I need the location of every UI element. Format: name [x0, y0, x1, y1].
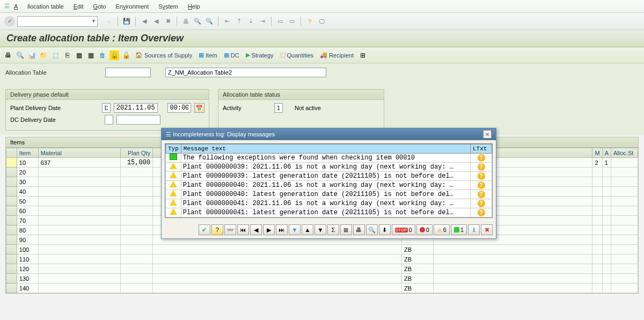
col-material[interactable]: Material: [38, 148, 121, 158]
menu-help[interactable]: Help: [188, 3, 200, 10]
cell-planqty[interactable]: [121, 274, 153, 283]
msg-ltxt-cell[interactable]: ?: [471, 208, 492, 217]
cell-item[interactable]: 120: [17, 264, 38, 274]
glasses-icon[interactable]: 👓: [224, 224, 236, 235]
row-selector[interactable]: [6, 177, 17, 187]
cell-dc[interactable]: ZB: [401, 283, 434, 293]
cell-planqty[interactable]: [121, 245, 153, 254]
warning-count[interactable]: 6: [434, 224, 450, 235]
cell-allocst[interactable]: [611, 177, 638, 187]
cell-material[interactable]: 637: [38, 158, 121, 168]
long-text-icon[interactable]: ?: [478, 163, 485, 171]
cell-allocst[interactable]: [611, 226, 638, 235]
col-planqty[interactable]: Plan Qty: [121, 148, 153, 158]
plant-delivery-time[interactable]: [167, 103, 191, 113]
exit-icon[interactable]: ◀: [151, 17, 161, 26]
cell-m[interactable]: [592, 283, 602, 293]
cell-material[interactable]: [38, 245, 121, 254]
cell-a[interactable]: [602, 264, 611, 274]
cell-a[interactable]: [602, 235, 611, 245]
chart-icon[interactable]: 📊: [27, 50, 36, 60]
prev-page-icon[interactable]: ⇡: [234, 17, 244, 26]
long-text-icon[interactable]: ?: [478, 200, 485, 207]
long-text-icon[interactable]: ?: [478, 181, 485, 189]
cell-material[interactable]: [38, 274, 121, 283]
first-icon[interactable]: ⏮: [237, 224, 249, 235]
col-allocst[interactable]: Alloc.St: [611, 148, 638, 158]
last-page-icon[interactable]: ⇥: [258, 17, 267, 26]
allocation-table-input[interactable]: [105, 68, 151, 77]
cell-m[interactable]: [592, 177, 602, 187]
sort-asc-icon[interactable]: ▲: [302, 224, 313, 235]
close-button[interactable]: ✖: [481, 224, 493, 235]
layout-icon[interactable]: 🖵: [317, 17, 326, 26]
menu-allocation-table[interactable]: Allocation table: [14, 3, 64, 10]
long-text-button[interactable]: ?: [211, 224, 223, 235]
cell-material[interactable]: [38, 206, 121, 216]
cell-a[interactable]: [602, 177, 611, 187]
cell-material[interactable]: [38, 187, 121, 197]
split-icon[interactable]: ⬚: [50, 50, 60, 60]
col-typ[interactable]: Typ: [166, 144, 181, 154]
msg-text-cell[interactable]: Plant 0000000040: 2021.11.06 is not a wo…: [181, 181, 470, 190]
cell-m[interactable]: [592, 187, 602, 197]
cell-item[interactable]: 50: [17, 197, 38, 206]
menu-edit[interactable]: Edit: [74, 3, 84, 10]
cell-allocst[interactable]: [611, 274, 638, 283]
dialog-titlebar[interactable]: ☰ Incompleteness log: Display messages ✕: [162, 128, 496, 140]
cell-dc[interactable]: ZB: [401, 274, 434, 283]
enter-icon[interactable]: ✔: [4, 16, 15, 27]
cell-planqty[interactable]: [121, 197, 153, 206]
cell-material[interactable]: [38, 168, 121, 177]
row-selector[interactable]: [6, 187, 17, 197]
cell-item[interactable]: 100: [17, 245, 38, 254]
cell-a[interactable]: [602, 187, 611, 197]
row-selector[interactable]: [6, 274, 17, 283]
msg-ltxt-cell[interactable]: ?: [471, 190, 492, 199]
msg-text-cell[interactable]: Plant 0000000041: latest generation date…: [181, 208, 470, 217]
row-selector[interactable]: [6, 197, 17, 206]
cell-material[interactable]: [38, 254, 121, 264]
cell-item[interactable]: 90: [17, 235, 38, 245]
copy-icon[interactable]: ⎘: [62, 50, 72, 60]
row-selector[interactable]: [6, 226, 17, 235]
deselect-icon[interactable]: ▦: [86, 50, 96, 60]
plant-delivery-type[interactable]: [102, 103, 111, 113]
cell-item[interactable]: 30: [17, 177, 38, 187]
back-nav-icon[interactable]: ◀: [140, 17, 149, 26]
row-selector[interactable]: [6, 235, 17, 245]
cell-m[interactable]: [592, 274, 602, 283]
prev-icon[interactable]: ◀: [250, 224, 262, 235]
expand-icon[interactable]: ⊞: [340, 224, 352, 235]
cell-m[interactable]: [592, 168, 602, 177]
stop-count[interactable]: STOP0: [392, 224, 415, 235]
menu-goto[interactable]: Goto: [93, 3, 106, 10]
cancel-icon[interactable]: ✖: [163, 17, 173, 26]
cell-item[interactable]: 130: [17, 274, 38, 283]
back-icon[interactable]: «: [104, 17, 114, 26]
col-a[interactable]: A: [602, 148, 611, 158]
cell-planqty[interactable]: [121, 283, 153, 293]
long-text-icon[interactable]: ?: [478, 154, 485, 162]
sources-of-supply-button[interactable]: 🏠Sources of Supply: [133, 52, 194, 59]
col-m[interactable]: M: [592, 148, 602, 158]
folder-icon[interactable]: 📁: [39, 50, 48, 60]
col-message-text[interactable]: Message text: [181, 144, 470, 154]
success-count[interactable]: 1: [451, 224, 467, 235]
row-selector[interactable]: [6, 206, 17, 216]
item-button[interactable]: ▦Item: [196, 52, 219, 59]
info-icon[interactable]: ℹ: [468, 224, 480, 235]
dc-delivery-date[interactable]: [116, 115, 160, 125]
cell-allocst[interactable]: [611, 187, 638, 197]
help-icon[interactable]: ?: [305, 17, 314, 26]
find-icon[interactable]: 🔍: [193, 17, 202, 26]
cell-allocst[interactable]: [611, 254, 638, 264]
cell-a[interactable]: [602, 274, 611, 283]
cell-a[interactable]: [602, 197, 611, 206]
cell-allocst[interactable]: [611, 245, 638, 254]
menu-system[interactable]: System: [158, 3, 178, 10]
print-icon[interactable]: 🖶: [181, 17, 191, 26]
cell-planqty[interactable]: [121, 206, 153, 216]
cell-a[interactable]: [602, 254, 611, 264]
save-icon[interactable]: 💾: [122, 17, 131, 26]
